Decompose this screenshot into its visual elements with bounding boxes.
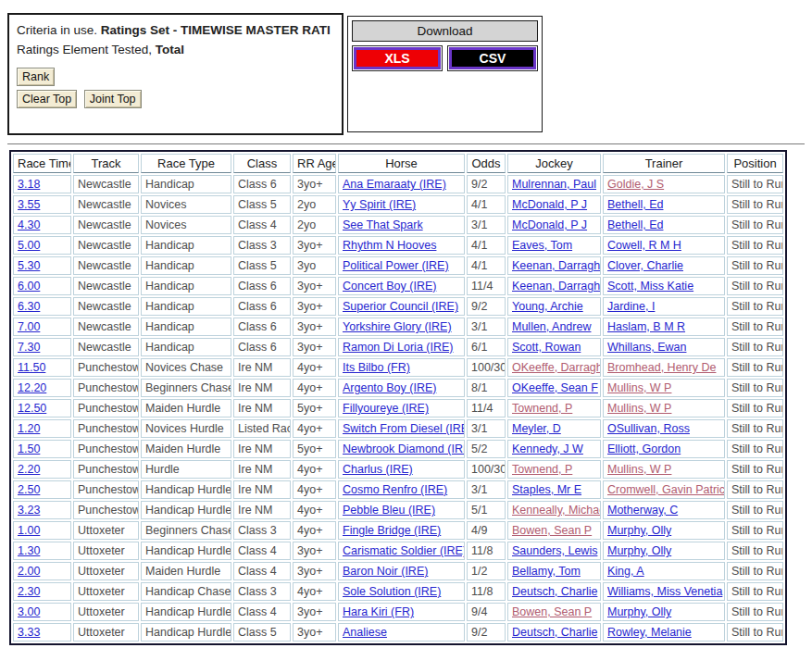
trainer-link[interactable]: Cromwell, Gavin Patrick xyxy=(607,483,725,496)
horse-link[interactable]: Baron Noir (IRE) xyxy=(343,565,428,578)
horse-link[interactable]: Its Bilbo (FR) xyxy=(343,361,410,374)
horse-link[interactable]: Fillyoureye (IRE) xyxy=(343,402,429,415)
horse-link[interactable]: Hara Kiri (FR) xyxy=(343,605,414,618)
race-time-link[interactable]: 3.33 xyxy=(18,626,40,639)
race-time-link[interactable]: 11.50 xyxy=(18,361,45,374)
horse-link[interactable]: Cosmo Renfro (IRE) xyxy=(343,483,447,496)
jockey-link[interactable]: Keenan, Darragh xyxy=(512,280,600,293)
jockey-link[interactable]: Scott, Rowan xyxy=(512,341,581,354)
trainer-link[interactable]: Haslam, B M R xyxy=(607,320,685,333)
race-time-link[interactable]: 5.30 xyxy=(18,259,40,272)
trainer-link[interactable]: Williams, Miss Venetia xyxy=(607,585,722,598)
race-time-link[interactable]: 2.00 xyxy=(18,565,40,578)
download-xls-button[interactable]: XLS xyxy=(354,47,441,69)
jockey-link[interactable]: Townend, P xyxy=(512,463,572,476)
trainer-link[interactable]: Murphy, Olly xyxy=(607,544,671,557)
trainer-link[interactable]: Elliott, Gordon xyxy=(607,442,681,455)
trainer-link[interactable]: Bethell, Ed xyxy=(607,198,663,211)
horse-link[interactable]: Pebble Bleu (IRE) xyxy=(343,504,435,517)
race-time-link[interactable]: 5.00 xyxy=(18,239,40,252)
horse-link[interactable]: Newbrook Diamond (IRE) xyxy=(343,442,465,455)
jockey-link[interactable]: Deutsch, Charlie xyxy=(512,626,597,639)
jockey-link[interactable]: Meyler, D xyxy=(512,422,561,435)
trainer-link[interactable]: Scott, Miss Katie xyxy=(607,280,693,293)
jockey-link[interactable]: Mullen, Andrew xyxy=(512,320,591,333)
jockey-link[interactable]: Kenneally, Michael xyxy=(512,504,601,517)
trainer-link[interactable]: Bethell, Ed xyxy=(607,218,663,231)
race-time-link[interactable]: 4.30 xyxy=(18,218,40,231)
horse-link[interactable]: Argento Boy (IRE) xyxy=(343,381,436,394)
trainer-link[interactable]: Goldie, J S xyxy=(607,178,664,191)
horse-link[interactable]: Ana Emaraaty (IRE) xyxy=(343,178,446,191)
rank-button[interactable]: Rank xyxy=(17,68,55,86)
trainer-link[interactable]: King, A xyxy=(607,565,644,578)
trainer-link[interactable]: Clover, Charlie xyxy=(607,259,683,272)
clear-top-button[interactable]: Clear Top xyxy=(17,90,77,108)
race-time-link-cell: 6.00 xyxy=(13,277,71,295)
table-row: 3.33UttoxeterHandicap HurdleClass 53yo+A… xyxy=(13,623,783,642)
jockey-link[interactable]: McDonald, P J xyxy=(512,218,587,231)
trainer-link[interactable]: Mullins, W P xyxy=(607,381,671,394)
race-time-link[interactable]: 12.20 xyxy=(18,381,46,394)
trainer-link[interactable]: Murphy, Olly xyxy=(607,605,671,618)
trainer-link[interactable]: Mullins, W P xyxy=(607,463,671,476)
horse-link[interactable]: Rhythm N Hooves xyxy=(343,239,436,252)
jockey-link[interactable]: Kennedy, J W xyxy=(512,442,583,455)
horse-link[interactable]: Yorkshire Glory (IRE) xyxy=(343,320,452,333)
race-time-link[interactable]: 7.30 xyxy=(18,341,40,354)
jockey-link[interactable]: Bowen, Sean P xyxy=(512,605,592,618)
horse-link[interactable]: See That Spark xyxy=(343,218,423,231)
race-time-link[interactable]: 2.30 xyxy=(18,585,40,598)
trainer-link[interactable]: Bromhead, Henry De xyxy=(607,361,716,374)
horse-link[interactable]: Superior Council (IRE) xyxy=(343,300,458,313)
horse-link[interactable]: Charlus (IRE) xyxy=(343,463,413,476)
race-time-link[interactable]: 3.18 xyxy=(18,178,40,191)
trainer-link[interactable]: Mullins, W P xyxy=(607,402,671,415)
jockey-link[interactable]: Mulrennan, Paul xyxy=(512,178,596,191)
trainer-link[interactable]: OSullivan, Ross xyxy=(607,422,690,435)
jockey-link[interactable]: Staples, Mr E xyxy=(512,483,581,496)
horse-link[interactable]: Concert Boy (IRE) xyxy=(343,280,436,293)
trainer-link[interactable]: Motherway, C xyxy=(607,504,678,517)
jockey-link[interactable]: Deutsch, Charlie xyxy=(512,585,597,598)
horse-link[interactable]: Political Power (IRE) xyxy=(343,259,449,272)
download-csv-button[interactable]: CSV xyxy=(449,47,536,69)
race-time-link[interactable]: 1.30 xyxy=(18,544,40,557)
race-time-link[interactable]: 2.50 xyxy=(18,483,40,496)
horse-link[interactable]: Sole Solution (IRE) xyxy=(343,585,441,598)
trainer-link[interactable]: Jardine, I xyxy=(607,300,655,313)
race-time-link[interactable]: 1.20 xyxy=(18,422,40,435)
horse-link[interactable]: Switch From Diesel (IRE) xyxy=(343,422,465,435)
jockey-link[interactable]: McDonald, P J xyxy=(512,198,587,211)
jockey-link[interactable]: OKeeffe, Sean F xyxy=(512,381,598,394)
race-time-link[interactable]: 12.50 xyxy=(18,402,46,415)
jockey-link[interactable]: Bellamy, Tom xyxy=(512,565,581,578)
jockey-link[interactable]: Townend, P xyxy=(512,402,572,415)
race-time-link[interactable]: 6.30 xyxy=(18,300,40,313)
trainer-link[interactable]: Murphy, Olly xyxy=(607,524,671,537)
race-time-link[interactable]: 3.55 xyxy=(18,198,40,211)
horse-link[interactable]: Yy Spirit (IRE) xyxy=(343,198,416,211)
race-time-link[interactable]: 1.50 xyxy=(18,442,40,455)
horse-link[interactable]: Analiese xyxy=(343,626,387,639)
horse-link[interactable]: Fingle Bridge (IRE) xyxy=(343,524,441,537)
horse-link[interactable]: Carismatic Soldier (IRE) xyxy=(343,544,465,557)
jockey-link[interactable]: Eaves, Tom xyxy=(512,239,572,252)
trainer-link[interactable]: Rowley, Melanie xyxy=(607,626,692,639)
jockey-link[interactable]: OKeeffe, Darragh xyxy=(512,361,601,374)
jockey-link[interactable]: Keenan, Darragh xyxy=(512,259,600,272)
race-time-link[interactable]: 6.00 xyxy=(18,280,40,293)
race-time-link[interactable]: 1.00 xyxy=(18,524,40,537)
jockey-link[interactable]: Bowen, Sean P xyxy=(512,524,592,537)
horse-link[interactable]: Ramon Di Loria (IRE) xyxy=(343,341,453,354)
trainer-link[interactable]: Whillans, Ewan xyxy=(607,341,686,354)
jockey-link[interactable]: Young, Archie xyxy=(512,300,583,313)
race-time-link[interactable]: 3.23 xyxy=(18,504,40,517)
trainer-link[interactable]: Cowell, R M H xyxy=(607,239,681,252)
race-time-link[interactable]: 3.00 xyxy=(18,605,40,618)
race-time-link[interactable]: 7.00 xyxy=(18,320,40,333)
joint-top-button[interactable]: Joint Top xyxy=(84,90,142,108)
jockey-link[interactable]: Saunders, Lewis xyxy=(512,544,597,557)
race-time-link[interactable]: 2.20 xyxy=(18,463,40,476)
jockey-link-cell: McDonald, P J xyxy=(507,216,601,234)
